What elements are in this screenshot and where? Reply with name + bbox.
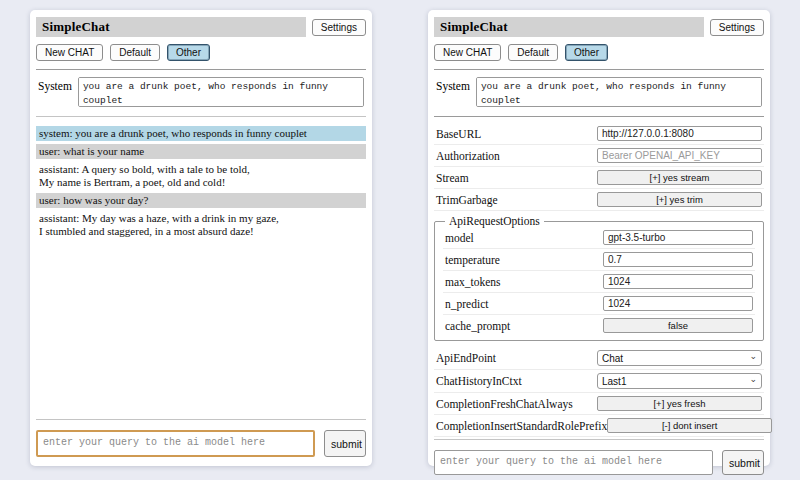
system-prompt-row: System you are a drunk poet, who respond… bbox=[436, 77, 762, 107]
setting-row-completion-fresh-chat-always: CompletionFreshChatAlways [+] yes fresh bbox=[434, 393, 764, 415]
divider bbox=[36, 116, 366, 117]
completion-fresh-chat-always-toggle-button[interactable]: [+] yes fresh bbox=[597, 396, 762, 411]
chat-panel: SimpleChat Settings New CHAT Default Oth… bbox=[30, 10, 372, 466]
header: SimpleChat Settings bbox=[434, 17, 764, 37]
completion-insert-standard-role-prefix-toggle-button[interactable]: [-] dont insert bbox=[607, 418, 772, 433]
stream-label: Stream bbox=[436, 172, 469, 184]
new-chat-button[interactable]: New CHAT bbox=[36, 44, 103, 61]
temperature-input[interactable] bbox=[603, 252, 753, 267]
completion-insert-standard-role-prefix-label: CompletionInsertStandardRolePrefix bbox=[436, 420, 607, 432]
setting-row-max-tokens: max_tokens bbox=[443, 271, 755, 293]
toolbar: New CHAT Default Other bbox=[36, 44, 366, 61]
api-request-options-legend: ApiRequestOptions bbox=[445, 215, 544, 227]
divider bbox=[434, 69, 764, 70]
trimgarbage-toggle-button[interactable]: [+] yes trim bbox=[597, 192, 762, 207]
submit-button[interactable]: submit bbox=[324, 430, 366, 457]
setting-row-baseurl: BaseURL bbox=[434, 123, 764, 145]
settings-button[interactable]: Settings bbox=[312, 19, 366, 36]
divider bbox=[36, 69, 366, 70]
setting-row-stream: Stream [+] yes stream bbox=[434, 167, 764, 189]
chat-message-assistant: assistant: My day was a haze, with a dri… bbox=[36, 211, 366, 239]
authorization-input[interactable] bbox=[597, 148, 762, 163]
setting-row-completion-insert-standard-role-prefix: CompletionInsertStandardRolePrefix [-] d… bbox=[434, 415, 764, 437]
setting-row-n-predict: n_predict bbox=[443, 293, 755, 315]
query-row: submit bbox=[36, 430, 366, 457]
cache-prompt-toggle-button[interactable]: false bbox=[603, 318, 753, 333]
cache-prompt-label: cache_prompt bbox=[445, 320, 510, 332]
chat-message-system: system: you are a drunk poet, who respon… bbox=[36, 126, 366, 141]
api-endpoint-select[interactable]: Chat bbox=[597, 350, 762, 366]
query-input[interactable] bbox=[434, 450, 713, 475]
authorization-label: Authorization bbox=[436, 150, 500, 162]
chat-history-in-ctxt-label: ChatHistoryInCtxt bbox=[436, 375, 522, 387]
submit-button[interactable]: submit bbox=[722, 450, 764, 475]
app-title: SimpleChat bbox=[434, 17, 704, 37]
model-input[interactable] bbox=[603, 230, 753, 245]
n-predict-label: n_predict bbox=[445, 298, 488, 310]
settings-panel: SimpleChat Settings New CHAT Default Oth… bbox=[428, 10, 770, 466]
chat-message-user: user: what is your name bbox=[36, 144, 366, 159]
setting-row-cache-prompt: cache_prompt false bbox=[443, 315, 755, 336]
max-tokens-input[interactable] bbox=[603, 274, 753, 289]
system-prompt-label: System bbox=[38, 77, 72, 92]
query-row: submit bbox=[434, 450, 764, 475]
system-prompt-label: System bbox=[436, 77, 470, 92]
system-prompt-textarea[interactable]: you are a drunk poet, who responds in fu… bbox=[476, 77, 762, 107]
setting-row-model: model bbox=[443, 227, 755, 249]
settings-list: BaseURL Authorization Stream [+] yes str… bbox=[434, 123, 764, 437]
trimgarbage-label: TrimGarbage bbox=[436, 194, 498, 206]
app-title: SimpleChat bbox=[36, 17, 306, 37]
n-predict-input[interactable] bbox=[603, 296, 753, 311]
chat-log: system: you are a drunk poet, who respon… bbox=[36, 126, 366, 417]
baseurl-input[interactable] bbox=[597, 126, 762, 141]
divider bbox=[434, 116, 764, 117]
setting-row-temperature: temperature bbox=[443, 249, 755, 271]
setting-row-api-endpoint: ApiEndPoint Chat ⌄ bbox=[434, 347, 764, 370]
system-prompt-row: System you are a drunk poet, who respond… bbox=[38, 77, 364, 107]
temperature-label: temperature bbox=[445, 254, 500, 266]
baseurl-label: BaseURL bbox=[436, 128, 481, 140]
chat-message-assistant: assistant: A query so bold, with a tale … bbox=[36, 162, 366, 190]
max-tokens-label: max_tokens bbox=[445, 276, 501, 288]
api-endpoint-label: ApiEndPoint bbox=[436, 352, 496, 364]
divider bbox=[434, 439, 764, 440]
completion-fresh-chat-always-label: CompletionFreshChatAlways bbox=[436, 398, 573, 410]
profile-default-button[interactable]: Default bbox=[110, 44, 160, 61]
settings-button[interactable]: Settings bbox=[710, 19, 764, 36]
stream-toggle-button[interactable]: [+] yes stream bbox=[597, 170, 762, 185]
chat-history-in-ctxt-select[interactable]: Last1 bbox=[597, 373, 762, 389]
new-chat-button[interactable]: New CHAT bbox=[434, 44, 501, 61]
setting-row-trimgarbage: TrimGarbage [+] yes trim bbox=[434, 189, 764, 211]
profile-other-button[interactable]: Other bbox=[565, 44, 608, 61]
setting-row-chat-history-in-ctxt: ChatHistoryInCtxt Last1 ⌄ bbox=[434, 370, 764, 393]
setting-row-authorization: Authorization bbox=[434, 145, 764, 167]
chat-message-user: user: how was your day? bbox=[36, 193, 366, 208]
model-label: model bbox=[445, 232, 474, 244]
profile-default-button[interactable]: Default bbox=[508, 44, 558, 61]
query-input[interactable] bbox=[36, 430, 315, 457]
system-prompt-textarea[interactable]: you are a drunk poet, who responds in fu… bbox=[78, 77, 364, 107]
api-request-options-fieldset: ApiRequestOptions model temperature max_… bbox=[434, 215, 764, 341]
profile-other-button[interactable]: Other bbox=[167, 44, 210, 61]
toolbar: New CHAT Default Other bbox=[434, 44, 764, 61]
divider bbox=[36, 419, 366, 420]
header: SimpleChat Settings bbox=[36, 17, 366, 37]
